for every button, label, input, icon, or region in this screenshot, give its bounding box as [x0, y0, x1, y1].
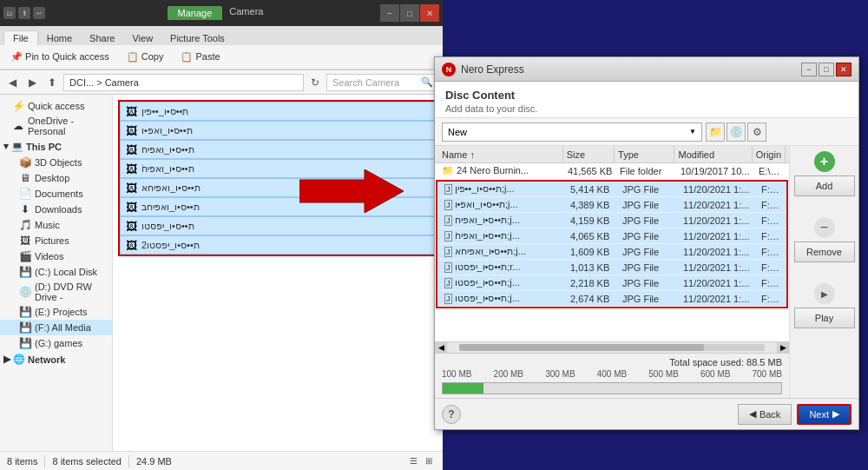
nero-horizontal-scrollbar[interactable]: ◀ ▶	[435, 341, 789, 354]
add-button[interactable]: Add	[794, 175, 855, 196]
sidebar-item-this-pc[interactable]: ▾ 💻 This PC	[0, 138, 112, 155]
sidebar-item-onedrive[interactable]: ☁ OneDrive - Personal	[0, 114, 112, 138]
sidebar-item-videos[interactable]: 🎬 Videos	[0, 248, 112, 264]
grid-view-icon[interactable]: ⊞	[422, 454, 436, 468]
back-button-label: Back	[760, 409, 780, 420]
sidebar-item-games[interactable]: 💾 (G:) games	[0, 335, 112, 351]
view-icons: ☰ ⊞	[406, 454, 436, 468]
sidebar-item-3d-objects[interactable]: 📦 3D Objects	[0, 155, 112, 170]
jpg-icon-6: J	[444, 262, 452, 273]
ribbon-btn-pin[interactable]: 📌 Pin to Quick access	[5, 50, 115, 64]
sidebar-item-network[interactable]: ▶ 🌐 Network	[0, 351, 112, 367]
tab-share[interactable]: Share	[81, 31, 123, 45]
address-path[interactable]: DCI... > Camera	[63, 74, 304, 91]
remove-button[interactable]: Remove	[794, 242, 855, 262]
nero-cell-type-folder: File folder	[616, 166, 677, 176]
nero-row-6[interactable]: Jת••ס•ו_יפסטו;r... 1,013 KB JPG File 11/…	[437, 260, 786, 275]
tab-home[interactable]: Home	[38, 31, 81, 45]
tab-picture-tools[interactable]: Picture Tools	[161, 31, 233, 45]
network-icon: 🌐	[13, 354, 25, 365]
nero-close-button[interactable]: ✕	[836, 63, 852, 76]
item-count: 8 items	[7, 456, 37, 467]
up-nav-button[interactable]: ⬆	[43, 74, 61, 91]
tab-view[interactable]: View	[123, 31, 161, 45]
sidebar-label-network: Network	[28, 354, 65, 365]
nero-row-1[interactable]: Jת••ס•ו_••פין;j... 5,414 KB JPG File 11/…	[437, 182, 786, 197]
play-circle-button[interactable]: ▶	[814, 283, 835, 304]
nero-cell-size-1: 5,414 KB	[567, 184, 619, 195]
ribbon-btn-copy[interactable]: 📋 Copy	[122, 50, 169, 64]
nero-row-3[interactable]: Jת••ס•ו_ואפיח;j... 4,159 KB JPG File 11/…	[437, 213, 786, 228]
help-button[interactable]: ?	[442, 405, 461, 424]
nero-cell-name-7: Jת••ס•ו_יפסטו;j...	[441, 277, 567, 288]
back-nav-button[interactable]: ◀	[3, 74, 21, 91]
remove-minus-button[interactable]: −	[814, 217, 835, 238]
file-item-1[interactable]: 🖼 ת••ס•ו_••פין	[120, 102, 436, 121]
nero-row-folder[interactable]: 📁24 Nero Burnin... 41,565 KB File folder…	[435, 163, 789, 179]
manage-tab[interactable]: Manage	[168, 6, 223, 20]
sidebar-item-pictures[interactable]: 🖼 Pictures	[0, 233, 112, 248]
sidebar-item-music[interactable]: 🎵 Music	[0, 217, 112, 233]
col-header-modified[interactable]: Modified	[674, 146, 752, 162]
file-item-7[interactable]: 🖼 ת••ס•ו_יפסטו	[120, 216, 436, 235]
nero-maximize-button[interactable]: □	[819, 63, 834, 76]
music-icon: 🎵	[19, 219, 31, 231]
sidebar-item-documents[interactable]: 📄 Documents	[0, 186, 112, 202]
tab-file[interactable]: File	[3, 30, 38, 45]
nero-row-8[interactable]: Jת••ס•ו_יפסטו;j... 2,674 KB JPG File 11/…	[437, 291, 786, 307]
nero-right-panel: + Add − Remove ▶ Play	[789, 146, 858, 398]
col-header-name[interactable]: Name ↑	[438, 146, 563, 162]
scroll-left-button[interactable]: ◀	[435, 341, 447, 354]
explorer-window: 🗂 ⬆ ↩ Manage Camera − □ ✕ File Home Shar…	[0, 0, 443, 470]
nero-row-5[interactable]: Jת••ס•ו_ואפיחא;j... 1,609 KB JPG File 11…	[437, 244, 786, 260]
refresh-button[interactable]: ↻	[306, 74, 324, 91]
projects-icon: 💾	[19, 306, 31, 318]
forward-nav-button[interactable]: ▶	[23, 74, 41, 91]
nero-window-title: Nero Express	[461, 63, 796, 76]
file-item-2[interactable]: 🖼 ת••ס•ו_ואפ•ו	[120, 121, 436, 140]
add-plus-button[interactable]: +	[814, 151, 835, 172]
sidebar-item-desktop[interactable]: 🖥 Desktop	[0, 170, 112, 186]
next-button[interactable]: Next ▶	[797, 404, 852, 425]
nero-scrollbar-track[interactable]	[459, 344, 765, 351]
jpg-icon-5: J	[444, 247, 452, 257]
nero-minimize-button[interactable]: −	[801, 63, 817, 76]
nero-row-4[interactable]: Jת••ס•ו_ואפיחׂ;j... 4,065 KB JPG File 11…	[437, 228, 786, 244]
file-item-8[interactable]: 🖼 ת••ס•ו_יפסטו2	[120, 235, 436, 255]
nero-disk-icon[interactable]: 💿	[727, 122, 746, 142]
ribbon-tabs: File Home Share View Picture Tools	[0, 26, 443, 45]
progress-label-300mb: 300 MB	[545, 369, 575, 379]
close-button[interactable]: ✕	[420, 4, 439, 22]
details-view-icon[interactable]: ☰	[406, 454, 420, 468]
nero-cell-modified-8: 11/20/2021 1:...	[680, 294, 758, 304]
scroll-right-button[interactable]: ▶	[777, 341, 789, 354]
ribbon-btn-paste[interactable]: 📋 Paste	[175, 50, 225, 64]
back-button[interactable]: ◀ Back	[738, 404, 792, 425]
nero-new-dropdown[interactable]: New ▼	[442, 122, 702, 142]
explorer-title-bar: 🗂 ⬆ ↩ Manage Camera − □ ✕	[0, 0, 443, 26]
nero-toolbar: New ▼ 📁 💿 ⚙	[435, 118, 858, 146]
nero-folder-icon[interactable]: 📁	[706, 122, 725, 142]
next-button-label: Next	[809, 409, 829, 420]
nero-row-7[interactable]: Jת••ס•ו_יפסטו;j... 2,218 KB JPG File 11/…	[437, 275, 786, 291]
sidebar-item-local-disk[interactable]: 💾 (C:) Local Disk	[0, 264, 112, 280]
col-header-origin[interactable]: Origin	[753, 146, 786, 162]
sidebar-item-quick-access[interactable]: ⚡ Quick access	[0, 98, 112, 114]
nero-progress-container	[435, 381, 789, 398]
play-button[interactable]: Play	[794, 308, 855, 328]
col-header-type[interactable]: Type	[615, 146, 674, 162]
col-header-size[interactable]: Size	[563, 146, 615, 162]
search-box[interactable]: Search Camera 🔍	[326, 74, 439, 91]
sidebar-item-all-media[interactable]: 💾 (F:) All Media	[0, 320, 112, 335]
sidebar-item-dvd-rw[interactable]: 💿 (D:) DVD RW Drive -	[0, 280, 112, 304]
sidebar-item-downloads[interactable]: ⬇ Downloads	[0, 202, 112, 217]
minimize-button[interactable]: −	[380, 4, 399, 22]
sidebar-label-music: Music	[35, 220, 60, 230]
file-item-3[interactable]: 🖼 ת••ס•ו_ואפיח	[120, 140, 436, 159]
nero-cell-origin-7: F:\download\Ne	[758, 278, 783, 288]
sidebar-item-projects[interactable]: 💾 (E:) Projects	[0, 304, 112, 320]
nero-cell-origin-2: F:\download\Ne	[758, 200, 783, 210]
nero-properties-icon[interactable]: ⚙	[747, 122, 766, 142]
nero-row-2[interactable]: Jת••ס•ו_ואפ•ו;j... 4,389 KB JPG File 11/…	[437, 197, 786, 213]
maximize-button[interactable]: □	[400, 4, 419, 22]
